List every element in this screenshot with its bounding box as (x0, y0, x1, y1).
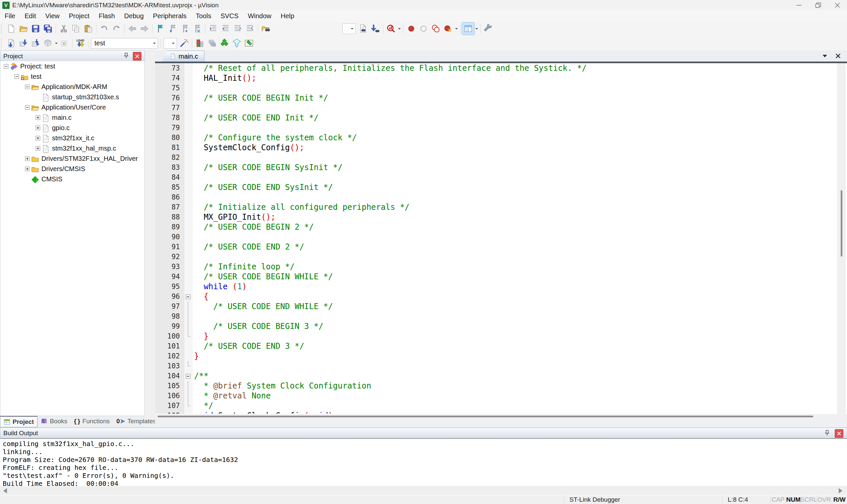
tree-item-main-c[interactable]: main.c (0, 112, 144, 123)
tree-item-test[interactable]: test (0, 71, 144, 82)
find-in-files-button[interactable] (260, 22, 272, 35)
comment-button[interactable] (231, 22, 244, 35)
open-file-button[interactable] (17, 22, 30, 35)
menu-peripherals[interactable]: Peripherals (149, 10, 191, 21)
expand-icon[interactable] (35, 136, 40, 141)
uncomment-button[interactable] (244, 22, 256, 35)
tree-item-application-mdk-arm[interactable]: Application/MDK-ARM (0, 82, 144, 92)
build-button[interactable] (17, 37, 30, 49)
hscrollbar-thumb[interactable] (158, 416, 813, 417)
run-to-cursor-button[interactable]: d (385, 22, 397, 35)
scroll-left-icon[interactable] (3, 488, 7, 493)
menu-project[interactable]: Project (64, 10, 94, 21)
incremental-find-button[interactable] (369, 22, 381, 35)
bookmark-next-button[interactable] (179, 22, 191, 35)
tree-item-application-user-core[interactable]: Application/User/Core (0, 102, 144, 112)
nav-combo[interactable] (163, 38, 177, 49)
pin-icon[interactable] (123, 52, 130, 59)
expand-icon[interactable] (25, 166, 30, 172)
menu-svcs[interactable]: SVCS (216, 10, 243, 21)
collapse-icon[interactable] (14, 74, 19, 79)
paste-button[interactable] (82, 22, 94, 35)
close-icon[interactable] (133, 52, 141, 60)
close-icon[interactable] (828, 0, 847, 10)
tree-item-startup-stm32f103xe-s[interactable]: startup_stm32f103xe.s (0, 92, 144, 102)
collapse-icon[interactable] (4, 64, 8, 69)
manage-rte-button[interactable] (194, 37, 206, 49)
target-options-button[interactable] (178, 37, 190, 49)
tab-close-icon[interactable] (834, 52, 842, 60)
download-load-button[interactable]: LOAD (74, 37, 86, 49)
close-icon[interactable] (835, 429, 843, 438)
tree-item-project-test[interactable]: Project: test (0, 61, 144, 71)
minimize-icon[interactable] (789, 0, 809, 10)
tab-main-c[interactable]: main.c (162, 51, 204, 61)
restore-icon[interactable] (809, 0, 828, 10)
tree-item-drivers-stm32f1xx-hal-driver[interactable]: Drivers/STM32F1xx_HAL_Driver (0, 154, 144, 164)
menu-help[interactable]: Help (276, 10, 299, 21)
rebuild-button[interactable] (30, 37, 42, 49)
find-combo[interactable] (343, 23, 356, 34)
fold-collapse-icon[interactable] (184, 371, 193, 381)
menu-tools[interactable]: Tools (191, 10, 216, 21)
save-button[interactable] (30, 22, 42, 35)
pack-installer-button[interactable] (218, 37, 230, 49)
bookmark-prev-button[interactable] (167, 22, 179, 35)
window-views-button[interactable] (462, 22, 474, 35)
configure-button[interactable] (482, 22, 495, 35)
menu-debug[interactable]: Debug (120, 10, 149, 21)
build-output-hscrollbar[interactable] (0, 486, 847, 496)
new-file-button[interactable] (5, 22, 17, 35)
breakpoint-disable-button[interactable] (417, 22, 430, 35)
expand-icon[interactable] (35, 146, 40, 151)
menu-flash[interactable]: Flash (94, 10, 120, 21)
translate-button[interactable] (5, 37, 17, 49)
target-combo[interactable]: test (91, 38, 158, 49)
cut-button[interactable] (58, 22, 70, 35)
nav-forward-button[interactable] (138, 22, 151, 35)
batch-build-button[interactable] (42, 37, 54, 49)
tree-item-stm32f1xx-it-c[interactable]: stm32f1xx_it.c (0, 133, 144, 143)
breakpoint-enable-all-button[interactable] (430, 22, 442, 35)
tree-item-stm32f1xx-hal-msp-c[interactable]: stm32f1xx_hal_msp.c (0, 143, 144, 154)
editor-vertical-scrollbar[interactable] (837, 63, 846, 414)
chevron-down-icon[interactable] (397, 22, 401, 35)
outdent-button[interactable] (219, 22, 231, 35)
breakpoint-toggle-button[interactable] (405, 22, 417, 35)
manage-project-items-button[interactable] (206, 37, 218, 49)
bookmark-toggle-button[interactable] (154, 22, 167, 35)
expand-icon[interactable] (35, 115, 40, 120)
panel-tab-books[interactable]: Books (37, 416, 71, 426)
chevron-down-icon[interactable] (454, 22, 459, 35)
expand-icon[interactable] (35, 125, 40, 130)
redo-button[interactable] (110, 22, 123, 35)
panel-tab-project[interactable]: Project (0, 416, 37, 427)
find-in-document-button[interactable] (357, 22, 369, 35)
pin-icon[interactable] (824, 430, 831, 437)
select-packs-button[interactable] (230, 37, 243, 49)
nav-back-button[interactable] (126, 22, 138, 35)
editor-horizontal-scrollbar[interactable] (155, 414, 847, 419)
menu-file[interactable]: File (0, 10, 20, 21)
tab-list-dropdown-icon[interactable] (820, 52, 829, 60)
breakpoint-kill-all-button[interactable] (442, 22, 454, 35)
save-all-button[interactable] (42, 22, 54, 35)
bookmark-clear-all-button[interactable] (191, 22, 203, 35)
panel-tab-templates[interactable]: 0➤Templates (113, 416, 159, 426)
collapse-icon[interactable] (25, 105, 30, 110)
menu-view[interactable]: View (41, 10, 64, 21)
tree-item-drivers-cmsis[interactable]: Drivers/CMSIS (0, 164, 144, 174)
menu-window[interactable]: Window (243, 10, 276, 21)
menu-edit[interactable]: Edit (20, 10, 40, 21)
tree-item-gpio-c[interactable]: gpio.c (0, 123, 144, 133)
vscrollbar-thumb[interactable] (841, 190, 842, 256)
indent-button[interactable] (207, 22, 219, 35)
fold-collapse-icon[interactable] (184, 291, 193, 302)
undo-button[interactable] (98, 22, 110, 35)
panel-tab-functions[interactable]: { }Functions (71, 416, 113, 426)
expand-icon[interactable] (25, 156, 30, 161)
tree-item-cmsis[interactable]: CMSIS (0, 174, 144, 184)
build-output-text[interactable]: compiling stm32f1xx_hal_gpio.c...linking… (0, 439, 847, 487)
collapse-icon[interactable] (25, 84, 30, 89)
chevron-down-icon[interactable] (474, 22, 479, 35)
